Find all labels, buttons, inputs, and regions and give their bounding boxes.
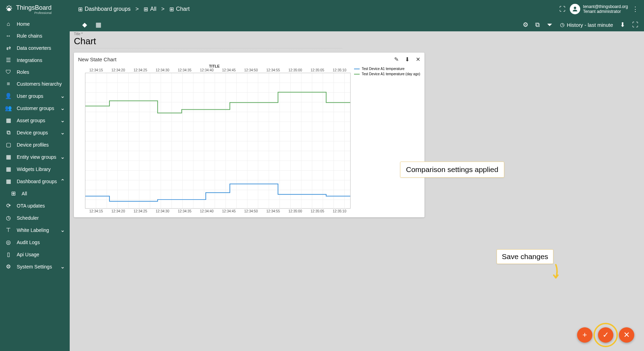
nav-label: Widgets Library xyxy=(17,166,51,172)
sidebar-item-customers-hierarchy[interactable]: ≡Customers hierarchy xyxy=(0,78,70,90)
logo[interactable]: ThingsBoard Professional xyxy=(0,0,70,18)
nav-label: OTA updates xyxy=(17,203,45,209)
apply-button[interactable]: ✓ xyxy=(598,327,613,343)
tick-label: 12:35:00 xyxy=(284,209,307,213)
entity-aliases-icon[interactable]: ⧉ xyxy=(535,21,540,29)
sidebar-item-all[interactable]: ⊞All xyxy=(0,187,70,200)
close-icon[interactable]: ✕ xyxy=(416,56,420,63)
toolbar: ◆ ▦ ⚙ ⧉ ⏷ ◷ History - last minute ⬇ ⛶ xyxy=(70,18,644,31)
tick-label: 12:34:15 xyxy=(85,68,107,72)
chart-widget[interactable]: New State Chart ✎ ⬇ ✕ TITLE 12:34:1512:3… xyxy=(74,53,424,217)
sidebar-item-audit-logs[interactable]: ◎Audit Logs xyxy=(0,236,70,248)
sidebar-item-roles[interactable]: 🛡Roles xyxy=(0,66,70,78)
nav-label: User groups xyxy=(17,93,43,99)
sidebar-item-device-groups[interactable]: ⧉Device groups⌄ xyxy=(0,126,70,139)
main: ⊞Dashboard groups>⊞All>⊞Chart ⛶ tenant@t… xyxy=(70,0,644,351)
clock-icon: ◷ xyxy=(560,22,565,28)
more-icon[interactable]: ⋮ xyxy=(632,5,638,13)
breadcrumb-item[interactable]: ⊞All xyxy=(144,6,156,13)
download-icon[interactable]: ⬇ xyxy=(620,21,625,29)
cancel-button[interactable]: ✕ xyxy=(619,327,634,343)
nav-icon: ▯ xyxy=(5,251,12,258)
user-menu[interactable]: tenant@thingsboard.org Tenant administra… xyxy=(570,4,628,14)
brand-name: ThingsBoard xyxy=(16,5,52,11)
callout-save: Save changes xyxy=(497,249,553,264)
settings-icon[interactable]: ⚙ xyxy=(523,21,528,29)
history-label: History - last minute xyxy=(567,22,613,28)
breadcrumb-item[interactable]: ⊞Chart xyxy=(169,6,190,13)
legend: Test Device A1 temperatureTest Device A1… xyxy=(351,64,420,213)
nav-label: Scheduler xyxy=(17,215,39,221)
nav-icon: ⌂ xyxy=(5,21,12,27)
nav-icon: ⚙ xyxy=(5,263,12,270)
sidebar-item-white-labeling[interactable]: ⊤White Labeling⌄ xyxy=(0,224,70,236)
fullscreen-icon[interactable]: ⛶ xyxy=(559,6,566,13)
sidebar-item-system-settings[interactable]: ⚙System Settings⌄ xyxy=(0,260,70,273)
grid-icon[interactable]: ▦ xyxy=(95,21,101,29)
sidebar-item-customer-groups[interactable]: 👥Customer groups⌄ xyxy=(0,102,70,114)
breadcrumb-item[interactable]: ⊞Dashboard groups xyxy=(78,6,131,13)
tick-label: 12:34:55 xyxy=(262,68,284,72)
nav-label: Home xyxy=(17,21,30,27)
nav-icon: ▦ xyxy=(5,154,12,160)
chart-title: TITLE xyxy=(78,64,351,68)
logo-icon xyxy=(4,5,14,14)
nav-label: System Settings xyxy=(17,264,52,270)
title-field[interactable]: Title * Chart xyxy=(70,31,644,48)
nav-icon: ↔ xyxy=(5,33,12,39)
nav-icon: 👥 xyxy=(5,105,12,111)
layers-icon[interactable]: ◆ xyxy=(82,21,87,29)
sidebar-item-data-converters[interactable]: ⇄Data converters xyxy=(0,42,70,54)
sidebar-item-entity-view-groups[interactable]: ▦Entity view groups⌄ xyxy=(0,151,70,163)
nav-label: Data converters xyxy=(17,45,51,51)
time-window[interactable]: ◷ History - last minute xyxy=(560,22,613,28)
tick-label: 12:34:40 xyxy=(196,209,218,213)
tick-label: 12:34:25 xyxy=(129,68,152,72)
plot-box xyxy=(85,73,351,209)
chart-lines xyxy=(85,73,350,208)
chevron-icon: ⌄ xyxy=(60,129,65,136)
chart-plot: TITLE 12:34:1512:34:2012:34:2512:34:3012… xyxy=(78,64,351,213)
sidebar-item-ota-updates[interactable]: ⟳OTA updates xyxy=(0,200,70,212)
nav-label: Integrations xyxy=(17,57,42,63)
title-value: Chart xyxy=(74,36,342,48)
expand-icon[interactable]: ⛶ xyxy=(632,21,638,29)
legend-item[interactable]: Test Device A1 temperature (day ago) xyxy=(354,72,420,76)
fab-row: + ✓ ✕ xyxy=(577,327,634,343)
brand-edition: Professional xyxy=(34,11,52,15)
sidebar-item-widgets-library[interactable]: ▦Widgets Library xyxy=(0,163,70,175)
sidebar-item-scheduler[interactable]: ◷Scheduler xyxy=(0,212,70,224)
avatar-icon xyxy=(570,4,580,14)
sidebar-item-rule-chains[interactable]: ↔Rule chains xyxy=(0,30,70,42)
nav-label: Device groups xyxy=(17,130,48,135)
nav-icon: ◷ xyxy=(5,214,12,221)
legend-item[interactable]: Test Device A1 temperature xyxy=(354,67,420,71)
sidebar-item-integrations[interactable]: ☰Integrations xyxy=(0,54,70,66)
chevron-icon: ⌄ xyxy=(60,105,65,111)
tick-label: 12:34:45 xyxy=(218,209,240,213)
sidebar-item-home[interactable]: ⌂Home xyxy=(0,18,70,30)
sidebar-item-api-usage[interactable]: ▯Api Usage xyxy=(0,248,70,260)
legend-swatch xyxy=(354,69,360,69)
callout-comparison: Comparison settings applied xyxy=(400,162,504,178)
chevron-icon: ⌃ xyxy=(60,178,65,185)
edit-icon[interactable]: ✎ xyxy=(394,56,399,63)
widget-download-icon[interactable]: ⬇ xyxy=(405,56,409,63)
axis-bottom: 12:34:1512:34:2012:34:2512:34:3012:34:35… xyxy=(78,209,351,213)
tick-label: 12:35:05 xyxy=(306,68,329,72)
dashboard-icon: ⊞ xyxy=(144,6,148,13)
dashboard-icon: ⊞ xyxy=(78,6,83,13)
tick-label: 12:34:40 xyxy=(196,68,218,72)
add-button[interactable]: + xyxy=(577,327,592,343)
filter-icon[interactable]: ⏷ xyxy=(547,21,553,29)
sidebar-item-asset-groups[interactable]: ▦Asset groups⌄ xyxy=(0,114,70,126)
sidebar-item-dashboard-groups[interactable]: ▦Dashboard groups⌃ xyxy=(0,175,70,187)
nav-icon: ⊞ xyxy=(10,190,17,197)
sidebar-item-device-profiles[interactable]: ▢Device profiles xyxy=(0,139,70,151)
breadcrumb-separator: > xyxy=(136,6,139,12)
sidebar-item-user-groups[interactable]: 👤User groups⌄ xyxy=(0,90,70,102)
crumb-label: All xyxy=(150,6,156,12)
nav-icon: ◎ xyxy=(5,239,12,245)
tick-label: 12:34:35 xyxy=(174,209,196,213)
user-role: Tenant administrator xyxy=(583,9,628,14)
